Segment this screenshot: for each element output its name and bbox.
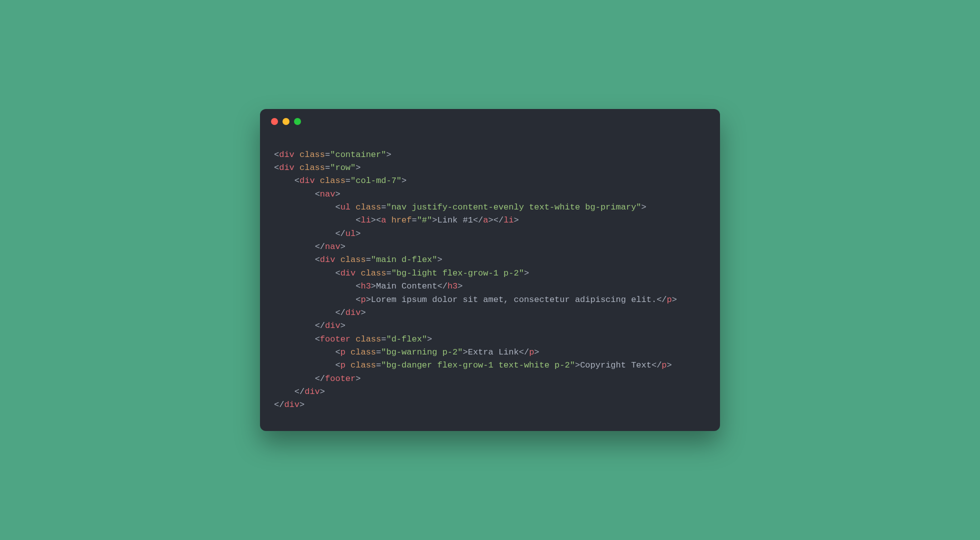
code-line: <nav> (274, 190, 340, 199)
code-line: <footer class="d-flex"> (274, 334, 432, 344)
code-line: </div> (274, 400, 304, 410)
code-editor-window: <div class="container"> <div class="row"… (260, 109, 720, 430)
code-line: <h3>Main Content</h3> (274, 282, 462, 291)
code-line: <div class="container"> (274, 150, 392, 160)
code-line: <p class="bg-warning p-2">Extra Link</p> (274, 348, 540, 357)
code-line: <div class="col-md-7"> (274, 176, 406, 186)
window-titlebar (260, 109, 720, 130)
code-line: </footer> (274, 374, 360, 384)
code-line: </div> (274, 321, 346, 330)
window-minimize-icon[interactable] (282, 118, 290, 125)
code-line: <div class="main d-flex"> (274, 255, 442, 264)
code-block: <div class="container"> <div class="row"… (260, 130, 720, 416)
code-line: <li><a href="#">Link #1</a></li> (274, 216, 519, 225)
code-line: </ul> (274, 229, 360, 238)
code-line: <p class="bg-danger flex-grow-1 text-whi… (274, 360, 672, 370)
code-line: <p>Lorem ipsum dolor sit amet, consectet… (274, 295, 677, 304)
code-line: </div> (274, 308, 366, 318)
code-line: </nav> (274, 242, 346, 252)
code-line: <ul class="nav justify-content-evenly te… (274, 202, 646, 212)
window-maximize-icon[interactable] (294, 118, 301, 125)
window-close-icon[interactable] (271, 118, 278, 125)
code-line: </div> (274, 387, 325, 396)
code-line: <div class="bg-light flex-grow-1 p-2"> (274, 268, 529, 278)
code-line: <div class="row"> (274, 163, 360, 172)
